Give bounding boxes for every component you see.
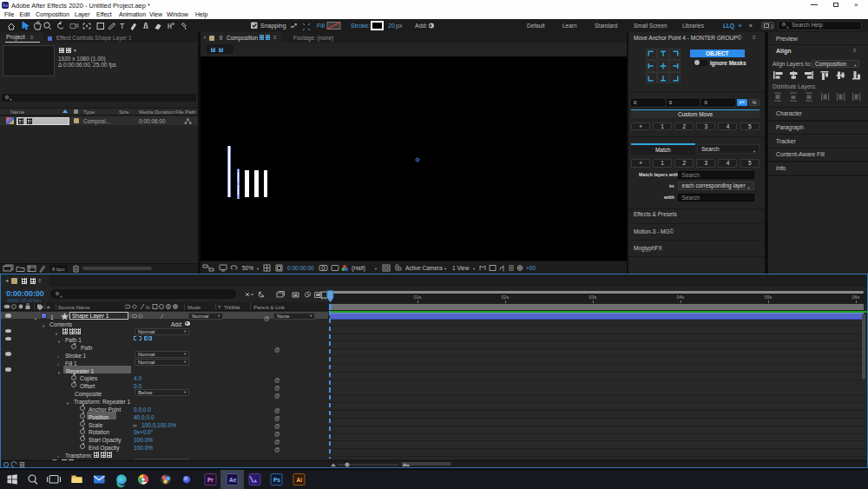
svg-text:#: # — [47, 305, 50, 310]
svg-text:▼: ▼ — [256, 267, 260, 271]
svg-text:Parent & Link: Parent & Link — [253, 305, 286, 310]
svg-text:fx: fx — [146, 305, 151, 310]
svg-text:T: T — [120, 22, 125, 30]
svg-text:0:00:00:00: 0:00:00:00 — [287, 265, 314, 271]
svg-text:1 View: 1 View — [452, 265, 470, 271]
svg-text:T: T — [218, 305, 221, 310]
svg-text:Pr: Pr — [207, 477, 214, 483]
svg-text:Mode: Mode — [187, 305, 201, 310]
svg-text:▼: ▼ — [472, 267, 476, 271]
svg-text:Snapping: Snapping — [260, 23, 286, 30]
svg-text:Add:: Add: — [415, 23, 427, 29]
svg-text:8 bpc: 8 bpc — [52, 267, 65, 272]
svg-text:+00: +00 — [526, 265, 536, 271]
svg-text:▼: ▼ — [444, 267, 447, 271]
svg-text:TrkMat: TrkMat — [224, 305, 240, 310]
svg-text:50%: 50% — [242, 265, 253, 271]
svg-text:Ps: Ps — [273, 477, 280, 483]
svg-text:▼: ▼ — [374, 267, 378, 271]
svg-text:px: px — [396, 23, 403, 30]
svg-text:Ae: Ae — [229, 477, 237, 483]
svg-text:Ai: Ai — [297, 477, 303, 483]
svg-text:Fill: Fill — [317, 23, 325, 29]
svg-text:Stroke:: Stroke: — [351, 23, 370, 29]
svg-text:Source Name: Source Name — [58, 305, 90, 310]
svg-text:Active Camera: Active Camera — [405, 265, 443, 271]
svg-text:(Half): (Half) — [352, 265, 365, 272]
svg-text:20: 20 — [388, 23, 395, 29]
